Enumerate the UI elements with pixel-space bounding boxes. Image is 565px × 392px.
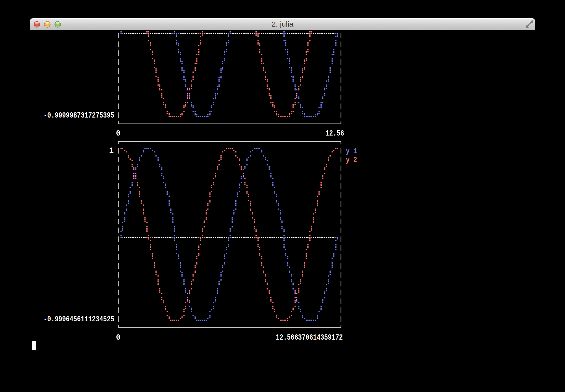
svg-text:0: 0 [116,129,121,138]
svg-text:0: 0 [116,333,121,342]
svg-text:1: 1 [109,146,114,155]
svg-text:2. julia: 2. julia [272,20,294,28]
svg-text:-0.9999987317275395: -0.9999987317275395 [44,111,114,120]
svg-text:-0.9996456111234525: -0.9996456111234525 [44,315,114,324]
svg-text:12.56: 12.56 [326,129,344,138]
svg-text:y_1: y_1 [346,147,357,156]
svg-text:y_2: y_2 [346,156,357,164]
svg-text:12.566370614359172: 12.566370614359172 [276,333,343,342]
